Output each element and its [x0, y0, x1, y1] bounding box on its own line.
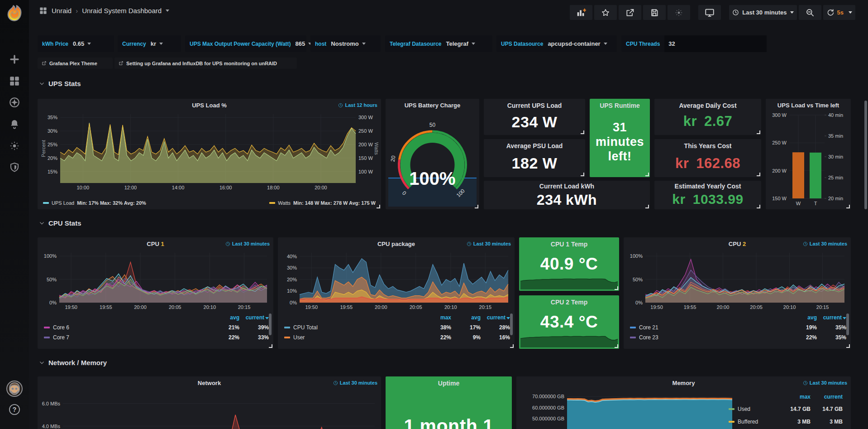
legend-series-name[interactable]: Buffered	[738, 419, 778, 425]
variable-value[interactable]: apcupsd-container	[548, 40, 600, 47]
create-plus-icon[interactable]	[9, 53, 20, 65]
panel-title[interactable]: UPS Load %	[54, 102, 365, 109]
page-scrollbar[interactable]	[864, 101, 867, 209]
legend-series-name[interactable]: CPU Total	[293, 324, 422, 331]
variable-currency[interactable]: Currency kr	[118, 35, 181, 52]
legend-row: Core 23 22% 35%	[630, 333, 846, 342]
alerting-bell-icon[interactable]	[9, 118, 20, 130]
panel-title[interactable]: Memory	[533, 380, 835, 386]
stat-title[interactable]: UPS Runtime	[591, 102, 648, 109]
section-ups-stats[interactable]: UPS Stats	[39, 80, 81, 87]
svg-text:35%: 35%	[48, 115, 57, 120]
legend-scrollbar[interactable]	[269, 313, 272, 335]
variable-value[interactable]: 0.65	[73, 40, 84, 47]
legend-col-avg[interactable]: avg	[454, 314, 481, 321]
stat-title[interactable]: Average PSU Load	[486, 142, 583, 149]
cpu-package-chart[interactable]: 19:5019:5520:0020:0520:1020:150%10%20%30…	[281, 250, 512, 311]
help-question-icon[interactable]: ?	[8, 403, 21, 416]
add-panel-button[interactable]	[570, 5, 592, 20]
clock-icon	[338, 103, 343, 108]
panel-average-daily-cost: Average Daily Cost kr2.67	[654, 99, 761, 135]
dashboard-link-ups-monitoring[interactable]: Setting up Grafana and InfluxDB for UPS …	[114, 58, 297, 69]
panel-title[interactable]: Network	[54, 380, 365, 386]
legend-col-current[interactable]: current	[814, 394, 843, 400]
legend-series-name[interactable]: Core 23	[639, 334, 787, 341]
network-chart[interactable]: 2.0 MBs4.0 MBs6.0 MBs	[40, 389, 378, 429]
legend-series-name[interactable]: UPS Load	[52, 200, 74, 206]
section-network-memory[interactable]: Network / Memory	[39, 359, 107, 366]
user-avatar[interactable]	[6, 381, 23, 397]
ups-load-chart[interactable]: 10:0012:0014:0016:0018:0020:0015%20%25%3…	[40, 111, 378, 191]
stat-title[interactable]: Estimated Yearly Cost	[656, 183, 759, 190]
legend-series-name[interactable]: Used	[738, 406, 778, 412]
cpu2-chart[interactable]: 19:5019:5520:0020:0520:1020:150%50%100%	[626, 250, 848, 311]
legend-scrollbar[interactable]	[846, 313, 849, 335]
battery-gauge-chart[interactable]: 02050100100%	[389, 111, 476, 201]
variable-host[interactable]: host Nostromo	[310, 35, 381, 52]
legend-col-current[interactable]: current	[484, 314, 510, 321]
variable-value[interactable]: kr	[151, 40, 156, 47]
explore-compass-icon[interactable]	[9, 96, 20, 108]
legend-col-max[interactable]: max	[782, 394, 811, 400]
stat-title[interactable]: This Years Cost	[656, 142, 759, 149]
cpu-threads-input[interactable]: 32	[664, 35, 767, 52]
panel-time-range[interactable]: Last 12 hours	[338, 102, 377, 108]
svg-text:30%: 30%	[48, 128, 57, 134]
stat-title[interactable]: CPU 1 Temp	[521, 241, 617, 248]
legend-series-name[interactable]: Core 6	[53, 324, 210, 331]
variable-ups-datasource[interactable]: UPS Datasource apcupsd-container	[496, 35, 617, 52]
legend-col-avg[interactable]: avg	[213, 314, 239, 321]
star-button[interactable]	[594, 5, 617, 20]
stat-title[interactable]: CPU 2 Temp	[521, 299, 617, 306]
dashboard-link-plex-theme[interactable]: Grafana Plex Theme	[38, 58, 113, 69]
legend-series-name[interactable]: Watts	[278, 200, 291, 206]
time-range-picker[interactable]: Last 30 minutes	[729, 5, 796, 20]
panel-title[interactable]: UPS Battery Charge	[389, 102, 476, 109]
legend-series-name[interactable]: Core 21	[639, 324, 787, 331]
dashboard-title-caret-icon[interactable]	[166, 10, 169, 12]
variable-telegraf-datasource[interactable]: Telegraf Datasource Telegraf	[385, 35, 492, 52]
legend-col-avg[interactable]: avg	[791, 314, 817, 321]
section-cpu-stats[interactable]: CPU Stats	[39, 219, 81, 227]
zoom-out-time-button[interactable]	[799, 5, 821, 20]
legend-series-name[interactable]: User	[293, 334, 422, 341]
variable-kwh-price[interactable]: kWh Price 0.65	[38, 35, 114, 52]
legend-col-current[interactable]: current	[243, 314, 269, 321]
cycle-view-mode-button[interactable]	[698, 5, 721, 20]
server-admin-shield-icon[interactable]	[9, 161, 20, 173]
ups-load-legend: UPS Load Min: 17% Max: 32% Avg: 20% Watt…	[43, 200, 376, 206]
dashboard-settings-button[interactable]	[668, 5, 690, 20]
variable-cpu-threads[interactable]: CPU Threads 32	[621, 35, 767, 52]
breadcrumb-dashboard-title[interactable]: Unraid System Dashboard	[82, 7, 162, 14]
refresh-interval-label[interactable]: 5s	[837, 9, 844, 16]
variable-value[interactable]: Nostromo	[331, 40, 358, 47]
save-button[interactable]	[643, 5, 666, 20]
cpu1-chart[interactable]: 19:5019:5520:0020:0520:1020:150%50%100%	[40, 250, 271, 311]
legend-col-current[interactable]: current	[820, 314, 846, 321]
panel-time-range[interactable]: Last 30 minutes	[803, 241, 847, 246]
stat-title[interactable]: Current UPS Load	[486, 102, 583, 109]
ups-bar-chart[interactable]: 150 W200 W250 W300 W20 min25 min30 min35…	[767, 111, 850, 207]
variable-value[interactable]: 865	[296, 40, 305, 47]
stat-title[interactable]: Average Daily Cost	[656, 102, 759, 109]
legend-scrollbar[interactable]	[510, 313, 513, 335]
grafana-logo-icon[interactable]	[5, 4, 24, 22]
stat-title[interactable]: Current Load kWh	[486, 183, 648, 190]
variable-ups-max-output[interactable]: UPS Max Output Power Capacity (Watt) 865	[185, 35, 306, 52]
legend-col-max[interactable]: max	[425, 314, 451, 321]
panel-time-range[interactable]: Last 30 minutes	[803, 380, 847, 386]
configuration-gear-icon[interactable]	[9, 140, 20, 152]
panel-time-range[interactable]: Last 30 minutes	[333, 380, 377, 386]
stat-title[interactable]: Uptime	[387, 380, 510, 387]
panel-time-range[interactable]: Last 30 minutes	[225, 241, 270, 246]
share-button[interactable]	[619, 5, 641, 20]
breadcrumb-app[interactable]: Unraid	[52, 7, 72, 14]
top-navbar: Unraid › Unraid System Dashboard	[29, 0, 868, 25]
refresh-interval-caret-icon[interactable]	[849, 11, 852, 14]
panel-time-range[interactable]: Last 30 minutes	[467, 241, 511, 246]
panel-title[interactable]: UPS Load vs Time left	[768, 102, 849, 109]
refresh-button[interactable]: 5s	[823, 5, 855, 20]
legend-series-name[interactable]: Core 7	[53, 334, 210, 341]
dashboards-grid-icon[interactable]	[9, 75, 20, 87]
variable-value[interactable]: Telegraf	[446, 40, 469, 47]
